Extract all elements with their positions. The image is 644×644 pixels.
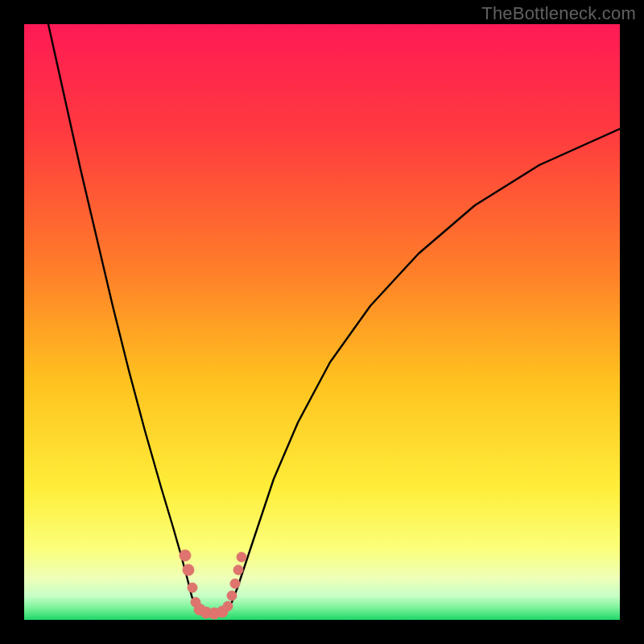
data-point-marker	[188, 583, 197, 592]
data-point-marker	[233, 565, 243, 575]
curve-plot	[24, 24, 620, 620]
plot-frame	[24, 24, 620, 620]
bottleneck-curve	[48, 24, 620, 613]
trough-markers	[180, 550, 246, 619]
data-point-marker	[230, 579, 240, 588]
data-point-marker	[227, 591, 237, 601]
data-point-marker	[237, 552, 246, 562]
data-point-marker	[180, 550, 191, 561]
watermark-text: TheBottleneck.com	[481, 3, 636, 24]
data-point-marker	[223, 601, 233, 611]
data-point-marker	[183, 564, 194, 576]
